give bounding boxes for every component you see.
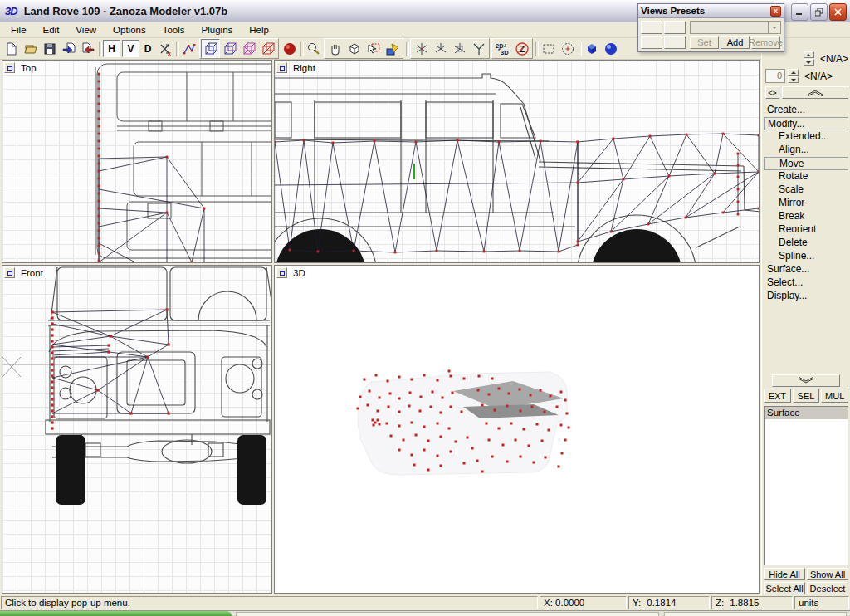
tool-mirror[interactable]: Mirror (764, 197, 848, 210)
mul-mode-button[interactable]: MUL (821, 389, 848, 403)
menu-help[interactable]: Help (242, 23, 276, 37)
hide-all-button[interactable]: Hide All (764, 568, 805, 580)
menu-view[interactable]: View (68, 23, 104, 37)
render-sphere-icon[interactable] (280, 39, 299, 58)
menu-edit[interactable]: Edit (36, 23, 67, 37)
tool-modify[interactable]: Modify... (764, 117, 848, 130)
export-icon[interactable] (78, 39, 97, 58)
zmodeler-icon[interactable]: Z (512, 39, 531, 58)
tool-extended[interactable]: Extended... (764, 130, 848, 144)
preset-spinner[interactable] (804, 51, 814, 66)
polyline-icon[interactable] (179, 39, 198, 58)
viewport-top[interactable]: Top (2, 60, 272, 263)
solid-sphere-icon[interactable] (601, 39, 620, 58)
zoom-icon[interactable] (304, 39, 323, 58)
select-all-button[interactable]: Select All (764, 582, 805, 594)
add-button[interactable]: Add (721, 36, 750, 49)
tool-align[interactable]: Align... (764, 144, 848, 157)
panel-expander-button[interactable]: <> (765, 86, 779, 99)
view-cube-top-icon[interactable] (239, 39, 258, 58)
viewport-top-label: Top (18, 63, 39, 73)
tool-select[interactable]: Select... (764, 276, 848, 290)
viewport-maximize-button[interactable] (4, 62, 15, 73)
h-toggle[interactable]: H (103, 40, 120, 57)
start-button-edge[interactable] (0, 611, 232, 616)
viewport-maximize-button[interactable] (4, 267, 15, 278)
tool-scale[interactable]: Scale (764, 183, 848, 197)
viewport-maximize-button[interactable] (276, 267, 287, 278)
menu-file[interactable]: File (3, 23, 34, 37)
menu-plugins[interactable]: Plugins (194, 23, 241, 37)
marquee-rect-icon[interactable] (539, 39, 558, 58)
tool-break[interactable]: Break (764, 210, 848, 223)
view-cube-front-icon[interactable] (201, 39, 220, 58)
menu-options[interactable]: Options (105, 23, 154, 37)
vertex-star3-icon[interactable] (450, 39, 469, 58)
list-item-surface[interactable]: Surface (765, 407, 848, 419)
show-all-button[interactable]: Show All (807, 568, 848, 580)
v-toggle[interactable]: V (122, 40, 139, 57)
dialog-close-icon[interactable]: x (770, 6, 781, 17)
remove-button[interactable]: Remove (751, 36, 780, 49)
view-cube-user-icon[interactable] (258, 39, 277, 58)
step-input[interactable]: 0 (765, 69, 785, 83)
cube-icon[interactable] (344, 39, 364, 58)
deselect-button[interactable]: Deselect (807, 582, 848, 594)
import-icon[interactable] (59, 39, 78, 58)
chevron-down-icon[interactable] (768, 22, 780, 33)
2d3d-toggle-icon[interactable]: 2D3D (493, 39, 512, 58)
surface-list[interactable]: Surface (764, 406, 848, 565)
tool-display[interactable]: Display... (764, 290, 848, 303)
preset-slot-button[interactable] (664, 36, 686, 49)
side-panel: <N/A> 0 <N/A> <> Create... Modify... Ext… (761, 38, 850, 595)
vertex-y-icon[interactable] (469, 39, 488, 58)
tool-surface[interactable]: Surface... (764, 263, 848, 276)
taskbar-edge[interactable] (0, 610, 850, 616)
svg-text:x: x (168, 51, 171, 56)
d-label[interactable]: D (140, 43, 155, 55)
viewport-right[interactable]: Right (274, 60, 760, 263)
preset-slot-button[interactable] (641, 36, 662, 49)
viewport-light-icon[interactable] (383, 39, 402, 58)
collapse-down-button[interactable] (772, 374, 840, 387)
tool-delete[interactable]: Delete (764, 237, 848, 250)
new-icon[interactable] (2, 39, 21, 58)
restore-button[interactable] (810, 3, 828, 21)
set-button[interactable]: Set (690, 36, 719, 49)
open-icon[interactable] (21, 39, 40, 58)
views-presets-titlebar[interactable]: Views Presets x (638, 4, 784, 18)
status-y: Y: -0.1814 (628, 596, 710, 609)
close-button[interactable] (829, 3, 847, 21)
toolbar-separator (534, 40, 539, 58)
viewport-3d[interactable]: 3D (274, 265, 760, 594)
toolbar-separator (577, 40, 582, 58)
tool-rotate[interactable]: Rotate (764, 170, 848, 183)
marquee-circle-icon[interactable] (558, 39, 577, 58)
ext-mode-button[interactable]: EXT (764, 389, 791, 403)
minimize-button[interactable] (791, 3, 808, 21)
preset-slot-button[interactable] (664, 21, 686, 34)
solid-cube-icon[interactable] (582, 39, 601, 58)
tool-create[interactable]: Create... (764, 104, 848, 117)
collapse-up-button[interactable] (782, 86, 848, 99)
pan-hand-icon[interactable] (325, 39, 344, 58)
viewport-front[interactable]: Front (2, 265, 272, 594)
sel-mode-button[interactable]: SEL (793, 389, 820, 403)
preset-select[interactable] (690, 21, 781, 34)
menu-tools[interactable]: Tools (155, 23, 193, 37)
view-cube-side-icon[interactable] (220, 39, 239, 58)
tool-move[interactable]: Move (764, 157, 848, 170)
status-units: units (794, 596, 849, 609)
views-presets-title: Views Presets (641, 6, 770, 16)
status-x: X: 0.0000 (540, 596, 627, 609)
viewport-maximize-button[interactable] (276, 62, 287, 73)
select-faces-icon[interactable] (364, 39, 383, 58)
save-icon[interactable] (40, 39, 59, 58)
vertex-star-icon[interactable] (412, 39, 431, 58)
step-spinner[interactable] (788, 69, 799, 83)
tool-spline[interactable]: Spline... (764, 250, 848, 263)
axes-icon[interactable]: x (155, 39, 174, 58)
preset-slot-button[interactable] (641, 21, 662, 34)
tool-reorient[interactable]: Reorient (764, 223, 848, 237)
vertex-star2-icon[interactable] (431, 39, 450, 58)
